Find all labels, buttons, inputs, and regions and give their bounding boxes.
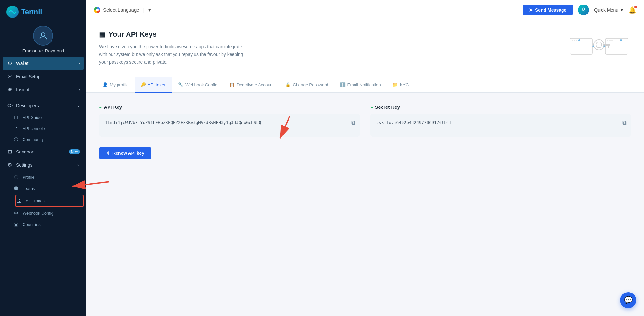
renew-api-key-button[interactable]: ✳ Renew API key (99, 147, 151, 159)
sidebar-item-teams[interactable]: ⚈ Teams (13, 183, 86, 194)
api-key-section: ● API Key TLmdi4jcWdVb8iYuPS1h0HbZ8FQHZ2… (99, 104, 360, 137)
logo-text: Termii (21, 8, 42, 16)
notification-bell[interactable]: 🔔 (628, 6, 636, 14)
tab-webhook-config[interactable]: 🔧 Webhook Config (172, 77, 223, 93)
chat-bubble-button[interactable]: 💬 (620, 292, 636, 308)
tools-tab-icon: 🔧 (178, 82, 184, 87)
language-label: Select Language (103, 7, 139, 13)
svg-point-1 (582, 8, 585, 10)
logo-icon (6, 6, 19, 18)
key-icon: ⚿ (16, 198, 23, 204)
chevron-down-icon: ∨ (77, 103, 80, 108)
renew-icon: ✳ (106, 151, 110, 156)
quick-menu[interactable]: Quick Menu ▾ (594, 7, 623, 13)
secret-key-box: tsk_fovm6492b4d24977069176tbtf ⧉ (370, 114, 631, 137)
api-key-illustration (567, 30, 631, 69)
tab-email-notification[interactable]: ℹ️ Email Notification (334, 77, 387, 93)
user-avatar-area: Emmanuel Raymond (0, 21, 86, 57)
chevron-down-icon: ▾ (621, 7, 623, 13)
sidebar-item-api-token-highlighted: ⚿ API Token (15, 195, 84, 207)
sidebar-item-wallet[interactable]: ⊙ Wallet › (3, 57, 84, 70)
person-icon: ⚇ (13, 174, 19, 180)
globe-icon: ◉ (13, 221, 19, 228)
svg-point-5 (574, 40, 575, 41)
developers-submenu: □ API Guide ⚿ API console ⚇ Community (0, 112, 86, 145)
sidebar-item-api-console[interactable]: ⚿ API console (13, 123, 86, 134)
api-header-card: ▦ Your API Keys We have given you the po… (86, 20, 644, 77)
tab-change-password[interactable]: 🔒 Change Password (279, 77, 334, 93)
topbar-right: ➤ Send Message Quick Menu ▾ 🔔 (523, 5, 636, 15)
key-tab-icon: 🔑 (140, 82, 146, 87)
lock-icon: 🔒 (285, 82, 291, 87)
copy-api-key-button[interactable]: ⧉ (351, 118, 355, 127)
sun-icon: ✺ (6, 87, 13, 93)
send-message-button[interactable]: ➤ Send Message (523, 5, 573, 15)
sidebar-item-email-setup[interactable]: ✂ Email Setup (0, 70, 86, 83)
kyc-icon: 📁 (393, 82, 398, 87)
sidebar: Termii Emmanuel Raymond ⊙ Wallet › ✂ Ema… (0, 0, 86, 316)
people-icon: ⚇ (13, 136, 19, 143)
svg-point-10 (607, 40, 608, 41)
green-dot-icon2: ● (370, 105, 373, 110)
group-icon: ⚈ (13, 185, 19, 191)
svg-rect-2 (570, 38, 592, 54)
gift-icon: ⊞ (6, 149, 13, 155)
svg-point-14 (594, 40, 604, 50)
language-selector-area[interactable]: Select Language | ▾ (94, 7, 151, 13)
chevron-right-icon: › (79, 61, 80, 66)
tab-deactivate-account[interactable]: 📋 Deactivate Account (223, 77, 280, 93)
topbar: Select Language | ▾ ➤ Send Message Quick… (86, 0, 644, 20)
sidebar-item-countries[interactable]: ◉ Countries (13, 219, 86, 230)
api-header-text: ▦ Your API Keys We have given you the po… (99, 30, 243, 66)
page-title: ▦ Your API Keys (99, 30, 243, 39)
dropdown-arrow-icon: ▾ (148, 7, 151, 13)
tab-api-token[interactable]: 🔑 API token (135, 77, 173, 93)
sidebar-item-api-guide[interactable]: □ API Guide (13, 112, 86, 123)
logo-area: Termii (0, 0, 86, 21)
sidebar-item-sandbox[interactable]: ⊞ Sandbox New (0, 145, 86, 158)
secret-key-label: ● Secret Key (370, 104, 631, 110)
new-badge: New (69, 149, 80, 154)
svg-rect-16 (603, 44, 610, 46)
tab-my-profile[interactable]: 👤 My profile (97, 77, 135, 93)
sidebar-item-api-token[interactable]: ⚿ API Token (16, 195, 83, 206)
wallet-icon: ⊙ (6, 60, 13, 66)
main-content: Select Language | ▾ ➤ Send Message Quick… (86, 0, 644, 316)
alert-icon: ℹ️ (340, 82, 346, 87)
sidebar-item-profile[interactable]: ⚇ Profile (13, 172, 86, 183)
svg-point-12 (611, 40, 613, 41)
code-icon: <> (6, 103, 13, 108)
send-icon: ➤ (529, 7, 533, 13)
card-icon: ▦ (99, 31, 105, 38)
svg-point-7 (578, 39, 580, 41)
sidebar-item-insight[interactable]: ✺ Insight › (0, 83, 86, 96)
deactivate-icon: 📋 (229, 82, 235, 87)
keys-row: ● API Key TLmdi4jcWdVb8iYuPS1h0HbZ8FQHZ2… (99, 104, 631, 137)
content-area: ● API Key TLmdi4jcWdVb8iYuPS1h0HbZ8FQHZ2… (86, 93, 644, 171)
settings-submenu: ⚇ Profile ⚈ Teams ⚿ API Token ✂ Webhook … (0, 172, 86, 230)
person-icon: 👤 (102, 82, 108, 87)
google-g-icon (94, 7, 100, 13)
sidebar-item-developers[interactable]: <> Developers ∨ (0, 99, 86, 112)
svg-point-11 (609, 40, 611, 41)
sidebar-item-community[interactable]: ⚇ Community (13, 134, 86, 145)
svg-point-22 (604, 46, 605, 47)
tools2-icon: ✂ (13, 210, 19, 216)
book-icon: □ (13, 115, 19, 120)
secret-key-section: ● Secret Key tsk_fovm6492b4d24977069176t… (370, 104, 631, 137)
gear-icon: ⚙ (6, 162, 13, 168)
sidebar-item-settings[interactable]: ⚙ Settings ∨ (0, 158, 86, 172)
user-avatar (33, 26, 53, 46)
svg-point-4 (572, 40, 573, 41)
tab-kyc[interactable]: 📁 KYC (387, 77, 415, 93)
key-icon: ⚿ (13, 125, 19, 131)
green-dot-icon: ● (99, 105, 102, 110)
sidebar-item-webhook[interactable]: ✂ Webhook Config (13, 208, 86, 219)
secret-key-value: tsk_fovm6492b4d24977069176tbtf (376, 120, 452, 125)
svg-point-20 (593, 46, 594, 47)
user-avatar-topbar[interactable] (578, 5, 589, 15)
copy-secret-key-button[interactable]: ⧉ (622, 118, 627, 127)
svg-point-6 (576, 40, 577, 41)
chevron-right-icon: › (79, 88, 80, 92)
pipe-divider: | (143, 7, 145, 13)
